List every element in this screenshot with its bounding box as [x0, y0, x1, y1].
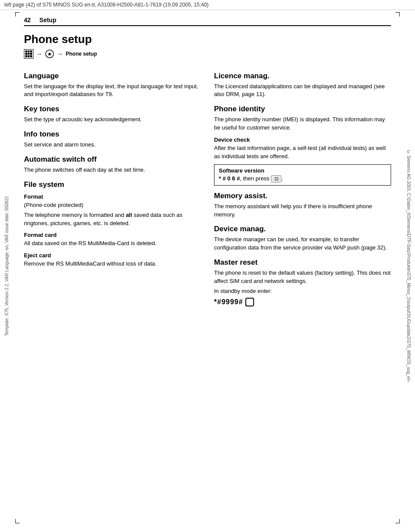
svg-text:✦: ✦ [48, 52, 52, 57]
master-reset-code-row: *#9999# [214, 297, 391, 307]
eject-card-body: Remove the RS MultiMediaCard without los… [24, 260, 201, 268]
side-label-right: © Siemens AG 2003, C:\Daten_it\Siemens\D… [402, 0, 415, 532]
software-version-box: Software version * # 0 6 #, then press ⊡… [214, 164, 391, 186]
format-body1: (Phone-code protected) [24, 201, 201, 209]
auto-switch-body: The phone switches off each day at the s… [24, 166, 201, 174]
top-bar-text: left page (42) of S75 MINOS SUG en-tr, A… [4, 2, 209, 8]
sw-version-code-row: * # 0 6 #, then press ⊡. [219, 175, 386, 183]
format-body2: The telephone memory is formatted and al… [24, 211, 201, 228]
language-body: Set the language for the display text, t… [24, 83, 201, 99]
page-number: 42 [24, 17, 31, 23]
sw-version-period: . [281, 175, 283, 182]
right-column: Licence manag. The Licenced data/applica… [214, 66, 391, 307]
licence-manag-body: The Licenced data/applications can be di… [214, 83, 391, 99]
main-title: Phone setup [24, 33, 391, 46]
phone-identity-heading: Phone identity [214, 105, 391, 113]
main-content: 42 Setup Phone setup → ✦ → Phone setup [15, 12, 400, 523]
format-body2-bold: all [126, 212, 132, 218]
left-column: Language Set the language for the displa… [24, 66, 201, 307]
memory-assist-body: The memory assistant will help you if th… [214, 203, 391, 219]
settings-icon: ✦ [45, 49, 54, 59]
device-check-subheading: Device check [214, 136, 391, 143]
licence-manag-heading: Licence manag. [214, 72, 391, 80]
master-reset-code: *#9999# [214, 298, 243, 306]
format-card-subheading: Format card [24, 232, 201, 238]
sw-version-label: Software version [219, 167, 386, 174]
svg-rect-2 [246, 298, 254, 306]
master-reset-body: The phone is reset to the default values… [214, 269, 391, 286]
format-body2-part1: The telephone memory is formatted and [24, 212, 126, 218]
side-label-left: Template: X75, Version 2.2, VAR Language… [0, 0, 13, 532]
breadcrumb-row: → ✦ → Phone setup [24, 49, 391, 59]
device-check-body: After the last information page, a self-… [214, 144, 391, 161]
breadcrumb-arrow1: → [36, 50, 42, 57]
sw-version-code: * # 0 6 # [219, 175, 240, 182]
two-columns: Language Set the language for the displa… [24, 66, 391, 307]
menu-grid-icon [24, 49, 33, 59]
breadcrumb-arrow2: → [57, 50, 63, 57]
page-header: 42 Setup [24, 17, 391, 26]
sw-version-button: ⊡ [271, 175, 281, 183]
device-manag-body: The device manager can be used, for exam… [214, 236, 391, 252]
file-system-heading: File system [24, 180, 201, 189]
phone-identity-body: The phone identity number (IMEI) is disp… [214, 116, 391, 132]
master-reset-heading: Master reset [214, 258, 391, 267]
format-card-body: All data saved on the RS MultiMedia-Card… [24, 239, 201, 248]
device-manag-heading: Device manag. [214, 225, 391, 233]
master-reset-standby: In standby mode enter: [214, 287, 391, 296]
section-title: Setup [40, 17, 57, 23]
format-subheading: Format [24, 193, 201, 200]
sw-version-then: , then press [240, 175, 269, 182]
memory-assist-heading: Memory assist. [214, 192, 391, 200]
info-tones-body: Set service and alarm tones. [24, 141, 201, 149]
language-heading: Language [24, 72, 201, 80]
key-tones-body: Set the type of acoustic key acknowledge… [24, 116, 201, 124]
key-tones-heading: Key tones [24, 105, 201, 113]
eject-card-subheading: Eject card [24, 252, 201, 259]
info-tones-heading: Info tones [24, 130, 201, 139]
breadcrumb-label: Phone setup [66, 51, 97, 57]
auto-switch-heading: Automatic switch off [24, 155, 201, 164]
top-bar: left page (42) of S75 MINOS SUG en-tr, A… [0, 0, 415, 10]
phone-corner-icon [245, 297, 254, 307]
